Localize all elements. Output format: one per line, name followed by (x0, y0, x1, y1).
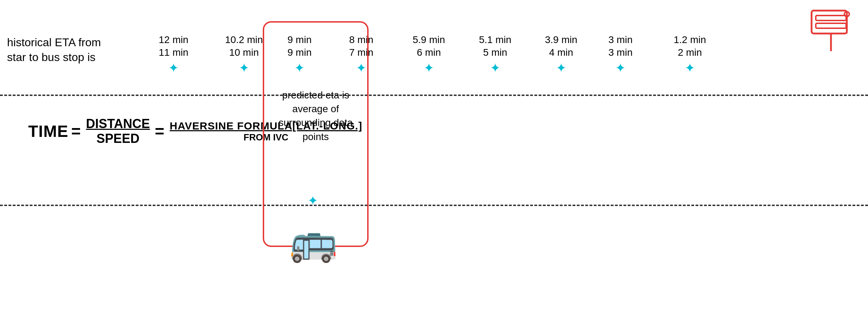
data-point-6: 5.1 min 5 min ✦ (479, 34, 511, 76)
data-point-9: 1.2 min 2 min ✦ (674, 34, 706, 76)
formula-eq1: = (71, 122, 81, 141)
dp5-star: ✦ (424, 61, 434, 76)
formula-time: TIME (28, 122, 68, 141)
data-point-2: 10.2 min 10 min ✦ (225, 34, 263, 76)
svg-rect-0 (812, 11, 847, 34)
dp7-time-bottom: 4 min (549, 46, 573, 59)
eta-label-line1: historical ETA from (7, 36, 101, 49)
dp8-star: ✦ (615, 61, 626, 76)
data-point-8: 3 min 3 min ✦ (608, 34, 632, 76)
svg-rect-1 (816, 16, 846, 20)
dashed-line-top (0, 95, 868, 96)
dp8-time-top: 3 min (608, 34, 632, 46)
bus-icon: 🚌 (289, 219, 338, 264)
bus-stop-icon (808, 7, 854, 53)
dp7-star: ✦ (556, 61, 566, 76)
dp2-time-bottom: 10 min (229, 46, 259, 59)
dp6-time-bottom: 5 min (483, 46, 507, 59)
formula-fraction: DISTANCE SPEED (86, 116, 150, 146)
dp9-time-top: 1.2 min (674, 34, 706, 46)
prediction-text: predicted eta is average of surrounding … (266, 88, 365, 144)
formula-numerator: DISTANCE (86, 116, 150, 131)
dp6-star: ✦ (490, 61, 500, 76)
dp9-time-bottom: 2 min (678, 46, 702, 59)
dp9-star: ✦ (685, 61, 695, 76)
dp5-time-top: 5.9 min (413, 34, 445, 46)
data-point-5: 5.9 min 6 min ✦ (413, 34, 445, 76)
main-container: historical ETA from star to bus stop is … (0, 0, 868, 314)
dp1-time-top: 12 min (159, 34, 188, 46)
dp1-star: ✦ (168, 61, 179, 76)
data-point-1: 12 min 11 min ✦ (159, 34, 188, 76)
svg-rect-2 (816, 23, 846, 28)
dp2-star: ✦ (239, 61, 249, 76)
eta-label-line2: star to bus stop is (7, 51, 96, 64)
dashed-line-bottom (0, 205, 868, 206)
formula-denominator: SPEED (96, 131, 139, 146)
eta-label: historical ETA from star to bus stop is (7, 35, 148, 65)
dp6-time-top: 5.1 min (479, 34, 511, 46)
dp1-time-bottom: 11 min (159, 46, 188, 59)
dp5-time-bottom: 6 min (417, 46, 441, 59)
dp7-time-top: 3.9 min (545, 34, 577, 46)
dp8-time-bottom: 3 min (608, 46, 632, 59)
formula-eq2: = (155, 122, 165, 141)
data-point-7: 3.9 min 4 min ✦ (545, 34, 577, 76)
dp2-time-top: 10.2 min (225, 34, 263, 46)
